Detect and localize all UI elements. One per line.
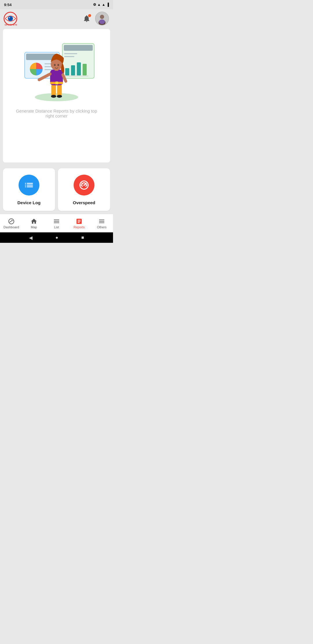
list-nav-icon — [53, 218, 60, 225]
header: GPS MY EYE — [0, 9, 113, 28]
svg-rect-21 — [71, 65, 75, 75]
nav-list[interactable]: List — [45, 214, 68, 232]
status-icons: ⚙ ▲ ▲ ▐ — [93, 3, 109, 7]
battery-icon: ▐ — [106, 3, 109, 7]
svg-point-38 — [57, 64, 59, 66]
wifi-icon: ▲ — [97, 3, 101, 7]
nav-others[interactable]: Others — [90, 214, 113, 232]
nav-map-label: Map — [31, 225, 37, 229]
reports-icon — [76, 218, 83, 225]
device-log-label: Device Log — [17, 200, 41, 205]
signal-icon: ▲ — [102, 3, 105, 7]
header-right — [81, 12, 109, 26]
back-button[interactable]: ◀ — [29, 235, 32, 240]
android-nav: ◀ ● ■ — [0, 232, 113, 243]
nav-reports[interactable]: Reports — [68, 214, 90, 232]
svg-point-9 — [100, 15, 104, 19]
status-bar: 9:54 ⚙ ▲ ▲ ▐ — [0, 0, 113, 9]
device-log-card[interactable]: Device Log — [3, 168, 55, 211]
svg-line-40 — [84, 184, 86, 185]
nav-dashboard[interactable]: Dashboard — [0, 214, 23, 232]
home-button[interactable]: ● — [55, 235, 58, 240]
svg-rect-26 — [51, 84, 56, 96]
svg-point-29 — [57, 95, 62, 98]
overspeed-card[interactable]: Overspeed — [58, 168, 110, 211]
svg-point-37 — [54, 64, 56, 66]
others-icon — [98, 218, 105, 225]
speedometer-icon — [79, 180, 90, 191]
recent-button[interactable]: ■ — [81, 235, 84, 240]
nav-map[interactable]: Map — [23, 214, 45, 232]
svg-point-28 — [51, 95, 56, 98]
overspeed-icon-circle — [74, 175, 94, 196]
nav-list-label: List — [54, 225, 59, 229]
cards-row: Device Log Overspeed — [0, 165, 113, 214]
svg-point-25 — [35, 93, 78, 101]
svg-text:GPS MY EYE: GPS MY EYE — [5, 24, 17, 26]
logo-container[interactable]: GPS MY EYE — [3, 11, 18, 26]
svg-point-8 — [99, 19, 105, 24]
list-icon — [24, 180, 34, 190]
logo-icon: GPS MY EYE — [3, 11, 18, 26]
dashboard-icon — [8, 218, 15, 225]
user-avatar[interactable] — [95, 12, 109, 26]
svg-rect-17 — [64, 45, 93, 51]
bottom-nav: Dashboard Map List Reports Others — [0, 214, 113, 232]
nav-others-label: Others — [97, 225, 106, 229]
notification-bell[interactable] — [81, 13, 92, 24]
svg-rect-32 — [55, 82, 58, 84]
main-card: Generate Distance Reports by clicking to… — [3, 29, 110, 162]
svg-rect-27 — [57, 84, 62, 96]
illustration-area: Generate Distance Reports by clicking to… — [3, 29, 110, 121]
svg-rect-23 — [83, 64, 87, 75]
svg-rect-20 — [65, 68, 69, 75]
svg-point-3 — [9, 17, 10, 18]
notification-badge — [89, 14, 91, 17]
reports-illustration — [16, 35, 97, 104]
settings-icon: ⚙ — [93, 3, 96, 7]
nav-dashboard-label: Dashboard — [3, 225, 19, 229]
helper-text: Generate Distance Reports by clicking to… — [9, 108, 104, 118]
overspeed-label: Overspeed — [73, 200, 95, 205]
status-time: 9:54 — [4, 3, 12, 7]
device-log-icon-circle — [19, 175, 39, 196]
nav-reports-label: Reports — [74, 225, 85, 229]
map-icon — [30, 218, 37, 225]
svg-rect-22 — [77, 62, 81, 75]
